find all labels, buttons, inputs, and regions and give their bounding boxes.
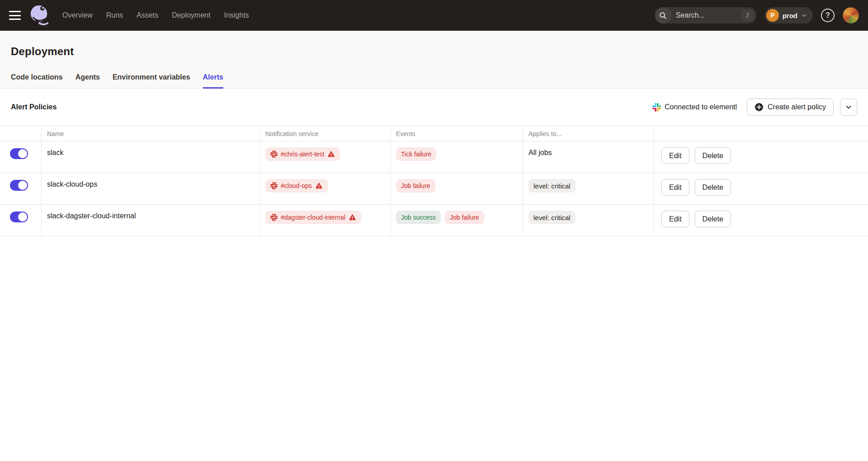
slack-icon [270, 151, 278, 158]
delete-button[interactable]: Delete [695, 147, 731, 164]
delete-button[interactable]: Delete [695, 211, 731, 227]
deployment-name: prod [783, 12, 797, 19]
policy-enabled-toggle[interactable] [10, 148, 28, 159]
page-header: Deployment Code locations Agents Environ… [0, 31, 868, 89]
search-icon [655, 7, 671, 24]
policy-name: slack-cloud-ops [47, 179, 97, 188]
alert-policies-title: Alert Policies [11, 103, 57, 111]
nav-item-deployment[interactable]: Deployment [172, 11, 210, 19]
notification-channel-badge: #chris-alert-test [265, 147, 340, 161]
event-badge: Job failure [445, 211, 484, 224]
create-alert-policy-label: Create alert policy [768, 103, 826, 111]
alert-policies-table: Name Notification service Events Applies… [0, 126, 868, 236]
applies-to-badge: level: critical [528, 211, 576, 224]
notification-channel-badge: #cloud-ops [265, 179, 328, 193]
notification-channel-badge: #dagster-cloud-internal [265, 211, 361, 224]
nav-item-overview[interactable]: Overview [62, 11, 93, 19]
alert-policies-toolbar: Alert Policies Connected to elementl Cre… [0, 89, 868, 126]
chevron-down-icon [801, 12, 807, 19]
edit-button[interactable]: Edit [661, 147, 689, 164]
search-input[interactable]: Search... / [655, 7, 756, 24]
more-options-button[interactable] [840, 99, 857, 116]
user-avatar[interactable] [843, 7, 859, 24]
search-shortcut-badge: / [742, 9, 754, 21]
page-title: Deployment [11, 45, 857, 58]
help-icon[interactable]: ? [821, 9, 835, 22]
slack-icon [270, 214, 278, 221]
nav-item-insights[interactable]: Insights [224, 11, 249, 19]
org-initial-badge: P [766, 9, 779, 22]
dagster-logo[interactable] [29, 4, 50, 27]
connected-label: Connected to elementl [665, 103, 737, 111]
applies-to-value: All jobs [528, 147, 552, 157]
policy-enabled-toggle[interactable] [10, 180, 28, 191]
topbar: Overview Runs Assets Deployment Insights… [0, 0, 868, 31]
slack-icon [270, 182, 278, 189]
column-header-events: Events [390, 126, 523, 141]
column-header-actions [654, 126, 868, 141]
chevron-down-icon [845, 103, 852, 111]
table-row [0, 205, 41, 236]
table-row [0, 141, 41, 173]
search-placeholder: Search... [676, 11, 742, 19]
applies-to-badge: level: critical [528, 179, 576, 193]
policy-name: slack [47, 147, 63, 157]
slack-connection-status: Connected to elementl [652, 103, 737, 112]
tab-code-locations[interactable]: Code locations [11, 73, 63, 88]
tab-agents[interactable]: Agents [75, 73, 100, 88]
nav-item-runs[interactable]: Runs [106, 11, 123, 19]
column-header-name: Name [41, 126, 259, 141]
create-alert-policy-button[interactable]: Create alert policy [747, 99, 834, 116]
edit-button[interactable]: Edit [661, 179, 689, 196]
warning-icon [315, 182, 323, 190]
tab-bar: Code locations Agents Environment variab… [11, 73, 857, 88]
slack-icon [652, 103, 661, 112]
tab-environment-variables[interactable]: Environment variables [113, 73, 190, 88]
edit-button[interactable]: Edit [661, 211, 689, 227]
column-header-toggle [0, 126, 41, 141]
warning-icon [349, 214, 356, 221]
column-header-applies-to: Applies to... [523, 126, 654, 141]
delete-button[interactable]: Delete [695, 179, 731, 196]
event-badge: Job failure [396, 179, 435, 193]
main-nav: Overview Runs Assets Deployment Insights [62, 11, 249, 19]
column-header-notification-service: Notification service [259, 126, 390, 141]
table-row [0, 173, 41, 205]
hamburger-menu-icon[interactable] [9, 11, 21, 20]
warning-icon [327, 151, 335, 158]
deployment-switcher[interactable]: P prod [764, 7, 813, 24]
tab-alerts[interactable]: Alerts [203, 73, 223, 88]
policy-enabled-toggle[interactable] [10, 212, 28, 222]
event-badge: Job success [396, 211, 441, 224]
nav-item-assets[interactable]: Assets [137, 11, 158, 19]
plus-circle-icon [755, 103, 764, 112]
policy-name: slack-dagster-cloud-internal [47, 211, 136, 220]
event-badge: Tick failure [396, 147, 436, 161]
